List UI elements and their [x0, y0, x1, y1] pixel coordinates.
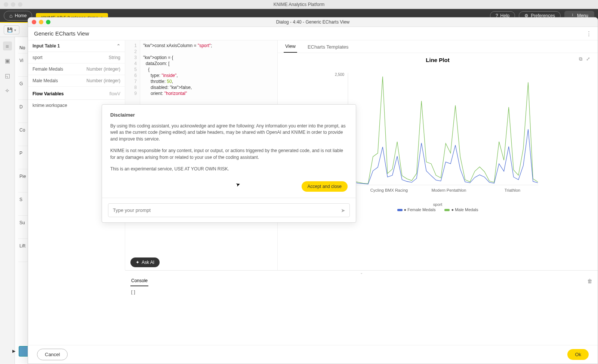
- dialog-traffic-lights: [32, 20, 50, 24]
- send-icon[interactable]: ➤: [341, 207, 345, 213]
- chart-title: Line Plot: [285, 57, 590, 63]
- left-rail: ≡ ▣ ◱ ✧: [0, 37, 15, 364]
- console-output: []: [125, 288, 598, 345]
- col-type: String: [109, 55, 120, 60]
- disclaimer-p1: By using this coding assistant, you ackn…: [110, 123, 348, 142]
- ai-disclaimer-panel: Disclaimer By using this coding assistan…: [102, 104, 356, 223]
- console-tab[interactable]: Console: [130, 276, 148, 286]
- more-icon[interactable]: [586, 30, 592, 37]
- expand-icon[interactable]: ⤢: [586, 56, 590, 62]
- minimize-icon[interactable]: [39, 20, 43, 24]
- x-cat-2: Triathlon: [505, 188, 520, 192]
- x-cat-1: Modern Pentathlon: [432, 188, 466, 192]
- dialog-titlebar: Dialog - 4:40 - Generic ECharts View: [28, 18, 598, 27]
- rail-settings-icon[interactable]: ✧: [3, 86, 12, 95]
- col-type: Number (integer): [86, 67, 120, 72]
- chevron-down-icon: [14, 27, 16, 33]
- input-table-header[interactable]: Input Table 1: [28, 40, 125, 52]
- dialog-title: Dialog - 4:40 - Generic ECharts View: [276, 19, 350, 25]
- sparkle-icon: [136, 260, 139, 265]
- legend-male: ● Male Medals: [444, 207, 478, 212]
- schema-row[interactable]: Male MedalsNumber (integer): [28, 75, 125, 87]
- accept-button[interactable]: Accept and close: [302, 181, 348, 192]
- trash-icon[interactable]: 🗑: [587, 278, 592, 284]
- input-table-title: Input Table 1: [33, 43, 60, 49]
- close-icon[interactable]: [32, 20, 36, 24]
- disclaimer-title: Disclaimer: [110, 112, 348, 118]
- schema-row[interactable]: Female MedalsNumber (integer): [28, 64, 125, 75]
- flowvar-hint: flowV: [110, 91, 120, 96]
- dialog-footer: Cancel Ok: [28, 345, 598, 364]
- cancel-button[interactable]: Cancel: [37, 349, 68, 360]
- mac-traffic-lights: [4, 2, 22, 7]
- col-name: Female Medals: [33, 67, 63, 72]
- rail-outline-icon[interactable]: ≡: [3, 41, 12, 50]
- collapse-handle[interactable]: ⌄: [125, 271, 598, 274]
- disclaimer-p3: This is an experimental service, USE AT …: [110, 166, 348, 172]
- preview-tabs: View ECharts Templates: [278, 40, 598, 53]
- dialog-window: Dialog - 4:40 - Generic ECharts View Gen…: [28, 17, 598, 364]
- dialog-subtitle: Generic ECharts View: [34, 30, 89, 37]
- disclaimer-p2: KNIME is not responsible for any content…: [110, 148, 348, 161]
- tab-templates[interactable]: ECharts Templates: [306, 41, 350, 53]
- prompt-input[interactable]: [108, 203, 350, 217]
- col-name: Male Medals: [33, 78, 58, 83]
- home-icon: [9, 13, 12, 19]
- restore-icon[interactable]: ⧉: [579, 56, 582, 62]
- col-type: Number (integer): [86, 78, 120, 83]
- close-dot[interactable]: [4, 2, 8, 7]
- save-button[interactable]: [4, 25, 19, 34]
- tab-view[interactable]: View: [284, 40, 297, 53]
- flow-variables-header[interactable]: Flow Variables flowV: [28, 88, 125, 100]
- app-titlebar: KNIME Analytics Platform: [0, 0, 598, 9]
- code-lines: "kw">const xAxisColumn = "sport"; "kw">o…: [125, 40, 277, 96]
- ok-button[interactable]: Ok: [567, 349, 589, 360]
- app-title: KNIME Analytics Platform: [274, 2, 325, 7]
- home-label: Home: [15, 13, 27, 18]
- min-dot[interactable]: [11, 2, 15, 7]
- ask-ai-button[interactable]: Ask AI: [130, 257, 160, 267]
- schema-row[interactable]: sportString: [28, 52, 125, 64]
- max-dot[interactable]: [18, 2, 22, 7]
- legend-female: ● Female Medals: [397, 207, 436, 212]
- console-panel: ⌄ Console 🗑 []: [125, 270, 598, 345]
- flowvar-title: Flow Variables: [33, 91, 64, 96]
- x-cat-0: Cycling BMX Racing: [370, 188, 408, 192]
- flowvar-name: knime.workspace: [33, 103, 67, 108]
- dialog-header: Generic ECharts View: [28, 27, 598, 40]
- chevron-up-icon: [117, 43, 120, 49]
- rail-cube-icon[interactable]: ◱: [3, 71, 12, 80]
- ask-ai-label: Ask AI: [142, 260, 154, 265]
- col-name: sport: [33, 55, 43, 60]
- maximize-icon[interactable]: [46, 20, 50, 24]
- rail-layers-icon[interactable]: ▣: [3, 56, 12, 65]
- y-tick-label: 2,500: [335, 73, 344, 77]
- save-icon: [7, 27, 13, 33]
